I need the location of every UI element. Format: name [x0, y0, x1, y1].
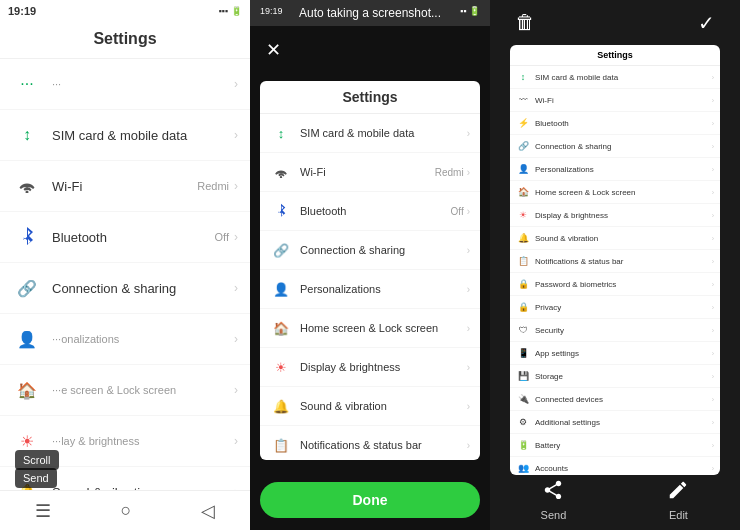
bluetooth-label: Bluetooth — [52, 230, 215, 245]
preview-storage-text: Storage — [535, 372, 712, 381]
page-title-left: Settings — [0, 22, 250, 59]
done-button[interactable]: Done — [260, 482, 480, 518]
preview-item: ⚙ Additional settings › — [510, 411, 720, 434]
time-middle: 19:19 — [260, 6, 283, 16]
home-nav-btn[interactable]: ○ — [106, 495, 147, 526]
wifi-value: Redmi — [197, 180, 229, 192]
homescreen-icon: 🏠 — [12, 375, 42, 405]
middle-sim-icon: ↕ — [270, 122, 292, 144]
bottom-nav-left: ☰ ○ ◁ — [0, 490, 250, 530]
wifi-icon — [12, 171, 42, 201]
middle-bt-chevron: › — [467, 206, 470, 217]
preview-item: 🏠 Home screen & Lock screen › — [510, 181, 720, 204]
middle-settings-content: Settings ↕ SIM card & mobile data › Wi-F… — [260, 81, 480, 460]
settings-list-left: ··· ··· › ↕ SIM card & mobile data › Wi-… — [0, 59, 250, 509]
list-item[interactable]: ··· ··· › — [0, 59, 250, 110]
preview-share-text: Connection & sharing — [535, 142, 712, 151]
close-button[interactable]: ✕ — [258, 35, 288, 65]
sim-icon: ↕ — [12, 120, 42, 150]
preview-accounts-text: Accounts — [535, 464, 712, 473]
homescreen-label: ···e screen & Lock screen — [52, 384, 234, 396]
wifi-item[interactable]: Wi-Fi Redmi › — [0, 161, 250, 212]
preview-wifi-text: Wi-Fi — [535, 96, 712, 105]
edit-action-button[interactable]: Edit — [667, 479, 689, 521]
middle-personal-item[interactable]: 👤 Personalizations › — [260, 270, 480, 309]
middle-home-item[interactable]: 🏠 Home screen & Lock screen › — [260, 309, 480, 348]
middle-personal-label: Personalizations — [300, 283, 467, 295]
preview-additional-icon: ⚙ — [516, 415, 530, 429]
middle-display-label: Display & brightness — [300, 361, 467, 373]
middle-connection-label: Connection & sharing — [300, 244, 467, 256]
middle-display-icon: ☀ — [270, 356, 292, 378]
sim-chevron: › — [234, 128, 238, 142]
middle-sim-item[interactable]: ↕ SIM card & mobile data › — [260, 114, 480, 153]
middle-wifi-icon — [270, 161, 292, 183]
preview-sim-text: SIM card & mobile data — [535, 73, 712, 82]
preview-item: 💾 Storage › — [510, 365, 720, 388]
trash-button[interactable]: 🗑 — [505, 6, 545, 39]
preview-item: 🔋 Battery › — [510, 434, 720, 457]
preview-item: 👥 Accounts › — [510, 457, 720, 475]
middle-display-chevron: › — [467, 362, 470, 373]
preview-sound-icon: 🔔 — [516, 231, 530, 245]
right-bottom-bar: Send Edit — [490, 475, 740, 530]
preview-battery-icon: 🔋 — [516, 438, 530, 452]
preview-security-text: Security — [535, 326, 712, 335]
preview-storage-icon: 💾 — [516, 369, 530, 383]
send-action-button[interactable]: Send — [541, 479, 567, 521]
preview-lock-icon: 🔒 — [516, 277, 530, 291]
time-left: 19:19 — [8, 5, 36, 17]
preview-additional-text: Additional settings — [535, 418, 712, 427]
preview-item: 👤 Personalizations › — [510, 158, 720, 181]
bluetooth-icon — [12, 222, 42, 252]
middle-bt-item[interactable]: Bluetooth Off › — [260, 192, 480, 231]
right-preview-panel: 🗑 ✓ Settings ↕ SIM card & mobile data › … — [490, 0, 740, 530]
middle-home-chevron: › — [467, 323, 470, 334]
display-label: ···lay & brightness — [52, 435, 234, 447]
middle-bt-value: Off — [451, 206, 464, 217]
status-bar-left: 19:19 ▪▪▪ 🔋 — [0, 0, 250, 22]
preview-title: Settings — [510, 45, 720, 66]
preview-notif-text: Notifications & status bar — [535, 257, 712, 266]
preview-wifi-icon: 〰 — [516, 93, 530, 107]
connection-item[interactable]: 🔗 Connection & sharing › — [0, 263, 250, 314]
middle-sound-icon: 🔔 — [270, 395, 292, 417]
middle-wifi-item[interactable]: Wi-Fi Redmi › — [260, 153, 480, 192]
personalize-label: ···onalizations — [52, 333, 234, 345]
middle-sim-chevron: › — [467, 128, 470, 139]
homescreen-item[interactable]: 🏠 ···e screen & Lock screen › — [0, 365, 250, 416]
middle-notif-item[interactable]: 📋 Notifications & status bar › — [260, 426, 480, 460]
sim-item[interactable]: ↕ SIM card & mobile data › — [0, 110, 250, 161]
preview-item: 🛡 Security › — [510, 319, 720, 342]
bluetooth-item[interactable]: Bluetooth Off › — [0, 212, 250, 263]
preview-item: 📋 Notifications & status bar › — [510, 250, 720, 273]
status-icons-left: ▪▪▪ 🔋 — [218, 6, 242, 16]
sim-label: SIM card & mobile data — [52, 128, 234, 143]
middle-sound-label: Sound & vibration — [300, 400, 467, 412]
preview-app-text: App settings — [535, 349, 712, 358]
middle-settings-title: Settings — [260, 81, 480, 114]
personalize-item[interactable]: 👤 ···onalizations › — [0, 314, 250, 365]
menu-nav-btn[interactable]: ☰ — [20, 495, 66, 527]
middle-home-icon: 🏠 — [270, 317, 292, 339]
middle-sound-item[interactable]: 🔔 Sound & vibration › — [260, 387, 480, 426]
back-nav-btn[interactable]: ◁ — [186, 495, 230, 527]
edit-action-icon — [667, 479, 689, 506]
middle-sound-chevron: › — [467, 401, 470, 412]
partial-top-text: ··· — [52, 78, 234, 90]
send-action-label: Send — [541, 509, 567, 521]
middle-notif-label: Notifications & status bar — [300, 439, 467, 451]
preview-item: ☀ Display & brightness › — [510, 204, 720, 227]
middle-connection-item[interactable]: 🔗 Connection & sharing › — [260, 231, 480, 270]
middle-connection-chevron: › — [467, 245, 470, 256]
preview-privacy-text: Privacy — [535, 303, 712, 312]
confirm-button[interactable]: ✓ — [688, 6, 725, 40]
wifi-chevron: › — [234, 179, 238, 193]
preview-person-text: Personalizations — [535, 165, 712, 174]
middle-display-item[interactable]: ☀ Display & brightness › — [260, 348, 480, 387]
battery-icon: 🔋 — [231, 6, 242, 16]
preview-battery-text: Battery — [535, 441, 712, 450]
middle-personal-chevron: › — [467, 284, 470, 295]
preview-accounts-icon: 👥 — [516, 461, 530, 475]
preview-bt-text: Bluetooth — [535, 119, 712, 128]
